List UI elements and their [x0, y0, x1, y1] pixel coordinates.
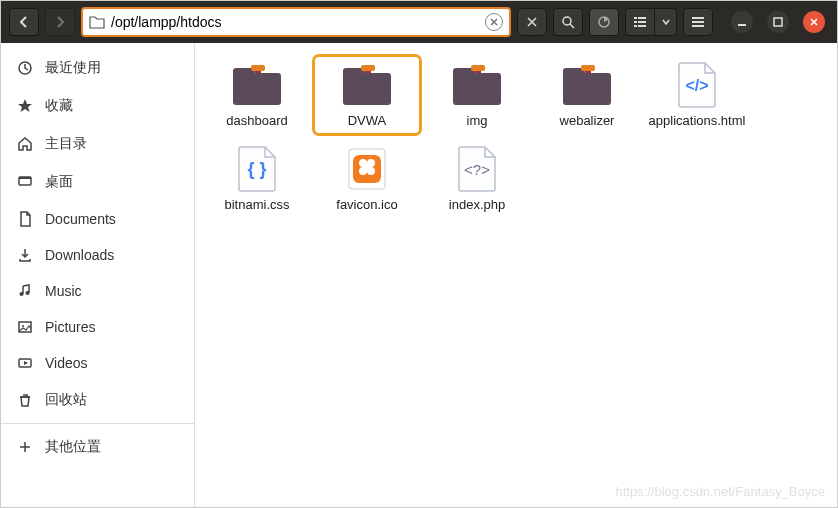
- sidebar-item-label: 回收站: [45, 391, 87, 409]
- sidebar-item-video[interactable]: Videos: [1, 345, 194, 381]
- file-icon: { }: [229, 145, 285, 193]
- svg-rect-10: [692, 25, 704, 27]
- item-label: webalizer: [560, 113, 615, 129]
- sidebar-item-document[interactable]: Documents: [1, 201, 194, 237]
- clear-path-button[interactable]: [485, 13, 503, 31]
- sidebar-item-clock[interactable]: 最近使用: [1, 49, 194, 87]
- item-label: index.php: [449, 197, 505, 213]
- path-bar[interactable]: [81, 7, 511, 37]
- sidebar-item-label: Downloads: [45, 247, 114, 263]
- music-icon: [17, 283, 33, 299]
- svg-text:</>: </>: [685, 77, 708, 94]
- plus-icon: [17, 439, 33, 455]
- folder-item[interactable]: img: [423, 55, 531, 135]
- svg-rect-4: [634, 21, 637, 23]
- sidebar: 最近使用收藏主目录桌面DocumentsDownloadsMusicPictur…: [1, 43, 195, 507]
- folder-icon: [559, 61, 615, 109]
- svg-rect-7: [638, 25, 646, 27]
- folder-item[interactable]: dashboard: [203, 55, 311, 135]
- svg-point-17: [26, 291, 30, 295]
- folder-icon: [89, 15, 105, 29]
- item-label: favicon.ico: [336, 197, 397, 213]
- sidebar-item-label: 桌面: [45, 173, 73, 191]
- svg-rect-15: [19, 177, 31, 179]
- view-dropdown-button[interactable]: [655, 8, 677, 36]
- close-window-button[interactable]: [803, 11, 825, 33]
- trash-icon: [17, 392, 33, 408]
- sidebar-item-desktop[interactable]: 桌面: [1, 163, 194, 201]
- svg-point-16: [20, 292, 24, 296]
- sidebar-item-home[interactable]: 主目录: [1, 125, 194, 163]
- item-label: DVWA: [348, 113, 387, 129]
- sidebar-item-label: 其他位置: [45, 438, 101, 456]
- svg-rect-2: [634, 17, 637, 19]
- sidebar-item-other-locations[interactable]: 其他位置: [1, 428, 194, 466]
- file-item[interactable]: { }bitnami.css: [203, 139, 311, 219]
- hamburger-menu-button[interactable]: [683, 8, 713, 36]
- file-icon: </>: [669, 61, 725, 109]
- path-input[interactable]: [111, 14, 479, 30]
- sidebar-item-music[interactable]: Music: [1, 273, 194, 309]
- sidebar-item-star[interactable]: 收藏: [1, 87, 194, 125]
- folder-item[interactable]: webalizer: [533, 55, 641, 135]
- close-path-button[interactable]: [517, 8, 547, 36]
- sidebar-item-label: 主目录: [45, 135, 87, 153]
- sidebar-item-picture[interactable]: Pictures: [1, 309, 194, 345]
- item-label: dashboard: [226, 113, 287, 129]
- svg-rect-8: [692, 17, 704, 19]
- forward-button[interactable]: [45, 8, 75, 36]
- download-icon: [17, 247, 33, 263]
- file-icon: <?>: [449, 145, 505, 193]
- svg-rect-21: [251, 65, 265, 71]
- svg-rect-12: [774, 18, 782, 26]
- svg-rect-24: [581, 65, 595, 71]
- view-list-button[interactable]: [625, 8, 655, 36]
- svg-rect-5: [638, 21, 646, 23]
- sidebar-item-trash[interactable]: 回收站: [1, 381, 194, 419]
- folder-icon: [339, 61, 395, 109]
- search-button[interactable]: [553, 8, 583, 36]
- video-icon: [17, 355, 33, 371]
- svg-point-19: [22, 325, 24, 327]
- file-item[interactable]: favicon.ico: [313, 139, 421, 219]
- svg-rect-23: [471, 65, 485, 71]
- clock-icon: [17, 60, 33, 76]
- svg-point-0: [563, 17, 571, 25]
- sidebar-item-label: Documents: [45, 211, 116, 227]
- titlebar: [1, 1, 837, 43]
- file-grid: dashboardDVWAimgwebalizer</>applications…: [195, 43, 837, 507]
- maximize-button[interactable]: [767, 11, 789, 33]
- folder-icon: [229, 61, 285, 109]
- svg-rect-9: [692, 21, 704, 23]
- sidebar-item-label: 收藏: [45, 97, 73, 115]
- document-icon: [17, 211, 33, 227]
- file-item[interactable]: <?>index.php: [423, 139, 531, 219]
- minimize-button[interactable]: [731, 11, 753, 33]
- back-button[interactable]: [9, 8, 39, 36]
- watermark: https://blog.csdn.net/Fantasy_Boyce: [615, 484, 825, 499]
- svg-rect-6: [634, 25, 637, 27]
- picture-icon: [17, 319, 33, 335]
- svg-rect-22: [361, 65, 375, 71]
- sidebar-item-label: Pictures: [45, 319, 96, 335]
- svg-text:<?>: <?>: [464, 161, 490, 178]
- sidebar-item-download[interactable]: Downloads: [1, 237, 194, 273]
- desktop-icon: [17, 174, 33, 190]
- file-icon: [339, 145, 395, 193]
- home-icon: [17, 136, 33, 152]
- item-label: img: [467, 113, 488, 129]
- sidebar-item-label: 最近使用: [45, 59, 101, 77]
- svg-rect-3: [638, 17, 646, 19]
- file-item[interactable]: </>applications.html: [643, 55, 751, 135]
- sidebar-item-label: Music: [45, 283, 82, 299]
- disk-usage-button[interactable]: [589, 8, 619, 36]
- folder-item[interactable]: DVWA: [313, 55, 421, 135]
- star-icon: [17, 98, 33, 114]
- item-label: bitnami.css: [224, 197, 289, 213]
- svg-text:{ }: { }: [247, 159, 266, 179]
- svg-rect-11: [738, 24, 746, 26]
- sidebar-item-label: Videos: [45, 355, 88, 371]
- item-label: applications.html: [649, 113, 746, 129]
- folder-icon: [449, 61, 505, 109]
